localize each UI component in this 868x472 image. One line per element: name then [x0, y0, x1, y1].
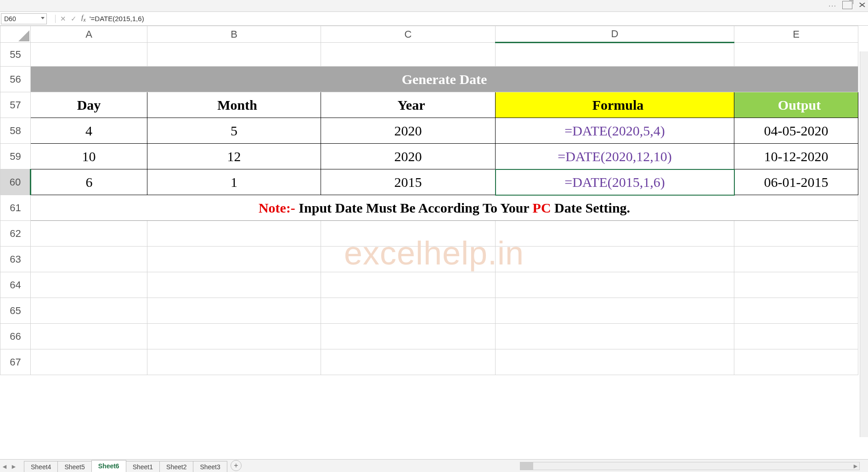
row-header[interactable]: 56 [0, 67, 31, 92]
scroll-thumb[interactable] [520, 462, 533, 470]
close-icon[interactable]: × [858, 0, 866, 10]
cell-month[interactable]: 12 [147, 144, 321, 169]
name-box[interactable]: D60 [1, 13, 47, 24]
header-day[interactable]: Day [31, 92, 147, 118]
cell-output[interactable]: 04-05-2020 [734, 118, 858, 144]
sheet-tab[interactable]: Sheet4 [24, 461, 58, 472]
more-icon[interactable]: ··· [829, 2, 837, 9]
cell-year[interactable]: 2015 [321, 169, 496, 195]
cell-formula[interactable]: =DATE(2020,5,4) [496, 118, 734, 144]
row-header[interactable]: 63 [0, 247, 31, 272]
enter-icon[interactable]: ✓ [71, 15, 77, 23]
cell-year[interactable]: 2020 [321, 118, 496, 144]
sheet-tab-active[interactable]: Sheet6 [91, 460, 126, 472]
formula-bar-row: D60 ✕ ✓ fx '=DATE(2015,1,6) [0, 12, 868, 26]
row-header[interactable]: 58 [0, 118, 31, 144]
cell[interactable] [734, 43, 858, 67]
name-box-value: D60 [4, 15, 16, 22]
note-cell[interactable]: Note:- Input Date Must Be According To Y… [31, 195, 858, 221]
col-header-E[interactable]: E [734, 26, 858, 43]
row-header[interactable]: 61 [0, 195, 31, 221]
section-title[interactable]: Generate Date [31, 67, 858, 92]
row-header[interactable]: 57 [0, 92, 31, 118]
cancel-icon[interactable]: ✕ [60, 15, 66, 23]
note-text: Date Setting. [551, 200, 630, 215]
sheet-tab[interactable]: Sheet5 [57, 461, 91, 472]
row-header[interactable]: 60 [0, 169, 31, 195]
cell-day[interactable]: 4 [31, 118, 147, 144]
cell[interactable] [496, 43, 734, 67]
horizontal-scrollbar[interactable]: ◄ ► [520, 462, 860, 470]
fx-icon[interactable]: fx [81, 14, 86, 23]
chevron-down-icon[interactable] [41, 17, 45, 19]
cell-day[interactable]: 10 [31, 144, 147, 169]
row-header[interactable]: 62 [0, 221, 31, 247]
cell[interactable] [321, 43, 496, 67]
cell[interactable] [147, 43, 321, 67]
column-header-row: A B C D E [0, 26, 858, 43]
cell-formula[interactable]: =DATE(2020,12,10) [496, 144, 734, 169]
sheet-nav-next-icon[interactable]: ► [9, 461, 18, 472]
row-header[interactable]: 55 [0, 43, 31, 67]
sheet-tab-bar: ◄ ► Sheet4 Sheet5 Sheet6 Sheet1 Sheet2 S… [0, 459, 868, 472]
cell[interactable] [31, 43, 147, 67]
cell-year[interactable]: 2020 [321, 144, 496, 169]
vertical-scrollbar[interactable] [860, 51, 868, 437]
row-header[interactable]: 65 [0, 298, 31, 324]
sheet-tab[interactable]: Sheet3 [193, 461, 227, 472]
title-bar: ··· × [0, 0, 868, 12]
cell-output[interactable]: 06-01-2015 [734, 169, 858, 195]
header-year[interactable]: Year [321, 92, 496, 118]
cell-day[interactable]: 6 [31, 169, 147, 195]
row-header[interactable]: 59 [0, 144, 31, 169]
scroll-right-icon[interactable]: ► [851, 462, 860, 470]
col-header-B[interactable]: B [147, 26, 321, 43]
col-header-A[interactable]: A [31, 26, 147, 43]
cell-formula-selected[interactable]: =DATE(2015,1,6) [496, 169, 734, 195]
cell-month[interactable]: 1 [147, 169, 321, 195]
col-header-D[interactable]: D [496, 26, 734, 43]
sheet-nav-prev-icon[interactable]: ◄ [0, 461, 9, 472]
cell-output[interactable]: 10-12-2020 [734, 144, 858, 169]
add-sheet-icon[interactable]: + [231, 460, 242, 471]
separator [55, 15, 56, 23]
row-header[interactable]: 67 [0, 349, 31, 375]
row-header[interactable]: 64 [0, 272, 31, 298]
note-pc: PC [533, 200, 551, 215]
note-prefix: Note:- [259, 200, 299, 215]
header-month[interactable]: Month [147, 92, 321, 118]
sheet-tab[interactable]: Sheet1 [126, 461, 160, 472]
worksheet-grid[interactable]: A B C D E 55 56Generate Date 57 Day Mont… [0, 26, 868, 450]
cell-month[interactable]: 5 [147, 118, 321, 144]
note-text: Input Date Must Be According To Your [299, 200, 532, 215]
sheet-tab[interactable]: Sheet2 [159, 461, 193, 472]
header-formula[interactable]: Formula [496, 92, 734, 118]
col-header-C[interactable]: C [321, 26, 496, 43]
select-all-corner[interactable] [0, 26, 31, 43]
header-output[interactable]: Output [734, 92, 858, 118]
ribbon-options-icon[interactable] [842, 1, 852, 9]
formula-bar[interactable]: '=DATE(2015,1,6) [86, 15, 868, 22]
row-header[interactable]: 66 [0, 324, 31, 349]
